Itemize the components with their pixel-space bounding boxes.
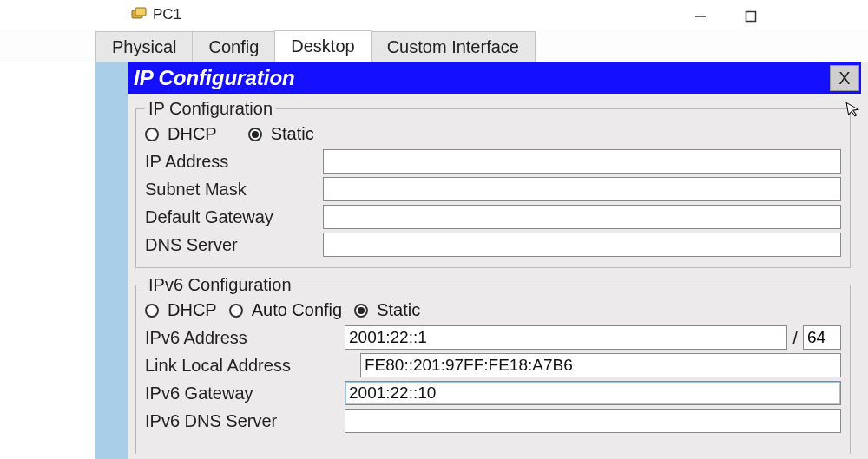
side-stripe [95, 62, 128, 459]
ipv6-radio-static[interactable] [354, 304, 368, 318]
tab-config[interactable]: Config [192, 31, 275, 62]
link-local-label: Link Local Address [145, 356, 345, 376]
ipv6-radio-static-label: Static [377, 300, 420, 320]
subnet-mask-label: Subnet Mask [145, 180, 323, 200]
panel-title: IP Configuration [134, 66, 830, 90]
cursor-icon [845, 100, 863, 123]
ipv4-radio-dhcp-label: DHCP [168, 124, 217, 144]
ipv6-legend: IPv6 Configuration [145, 275, 295, 295]
default-gateway-input[interactable] [323, 205, 841, 229]
ipv4-group: IP Configuration DHCP Static IP Address … [135, 99, 851, 268]
maximize-button[interactable] [738, 7, 764, 26]
window-controls [687, 7, 764, 26]
tab-physical[interactable]: Physical [95, 31, 193, 62]
window-title: PC1 [153, 6, 181, 23]
ipv6-prefix-input[interactable] [803, 325, 841, 350]
ipv4-mode-row: DHCP Static [145, 124, 841, 144]
ipv6-gateway-label: IPv6 Gateway [145, 384, 345, 403]
ipv6-mode-row: DHCP Auto Config Static [145, 300, 841, 320]
ipv6-address-input[interactable] [345, 325, 787, 350]
ipv4-legend: IP Configuration [145, 99, 276, 119]
link-local-input[interactable] [360, 353, 841, 377]
workspace: IP Configuration X IP Configuration DHCP… [0, 62, 868, 459]
default-gateway-label: Default Gateway [145, 207, 323, 227]
content-area: IP Configuration X IP Configuration DHCP… [128, 62, 868, 459]
pc-icon [130, 6, 148, 23]
ip-address-input[interactable] [323, 149, 841, 174]
subnet-mask-input[interactable] [323, 177, 841, 201]
ipv6-radio-auto[interactable] [229, 304, 243, 318]
ipv4-radio-static-label: Static [271, 124, 314, 144]
titlebar: PC1 [0, 0, 868, 30]
ipv6-radio-dhcp[interactable] [145, 304, 159, 318]
ipv6-prefix-separator: / [787, 328, 803, 348]
left-gutter [0, 62, 95, 459]
tab-custom-interface[interactable]: Custom Interface [371, 31, 536, 62]
ipv6-dns-label: IPv6 DNS Server [145, 411, 345, 431]
ipv6-radio-auto-label: Auto Config [252, 300, 343, 320]
panel-titlebar: IP Configuration X [128, 62, 861, 94]
ipv6-gateway-input[interactable] [345, 381, 841, 405]
panel-close-button[interactable]: X [830, 65, 859, 91]
svg-rect-1 [135, 8, 146, 16]
ip-address-label: IP Address [145, 152, 323, 172]
ipv6-address-label: IPv6 Address [145, 328, 345, 348]
minimize-button[interactable] [687, 7, 713, 26]
tabbar: Physical Config Desktop Custom Interface [0, 30, 868, 62]
ipv6-dns-input[interactable] [345, 409, 841, 433]
dns-server-label: DNS Server [145, 235, 323, 255]
ipv4-radio-static[interactable] [248, 128, 262, 141]
svg-rect-3 [746, 12, 756, 22]
tab-desktop[interactable]: Desktop [274, 30, 371, 62]
ipv6-radio-dhcp-label: DHCP [168, 300, 217, 320]
pc-window: PC1 Physical Config Desktop Custom Inter… [0, 0, 868, 459]
ipv6-group: IPv6 Configuration DHCP Auto Config Stat… [135, 275, 851, 454]
dns-server-input[interactable] [323, 233, 841, 257]
ipv4-radio-dhcp[interactable] [145, 128, 159, 141]
